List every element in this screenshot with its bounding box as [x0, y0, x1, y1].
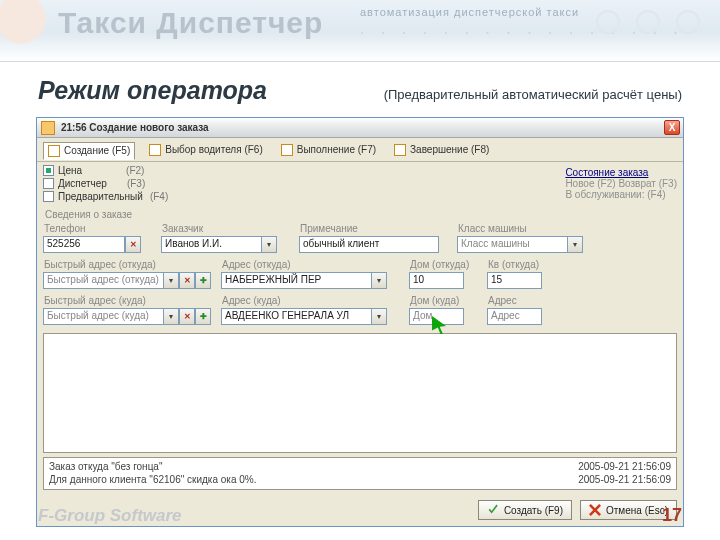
page-heading: Режим оператора — [38, 76, 267, 105]
window-titlebar[interactable]: 21:56 Создание нового заказа X — [37, 118, 683, 138]
window-icon — [41, 121, 55, 135]
status-line-1: Новое (F2) Возврат (F3) — [565, 178, 677, 189]
tab-exec[interactable]: Выполнение (F7) — [277, 142, 380, 158]
tab-finish-label: Завершение (F8) — [410, 144, 489, 155]
lbl-from-addr: Адрес (откуда) — [221, 259, 401, 270]
chk-price[interactable]: Цена(F2) — [43, 165, 168, 176]
log-area: Заказ откуда "без гонца" Для данного кли… — [43, 457, 677, 490]
create-button-label: Создать (F9) — [504, 505, 563, 516]
order-status: Состояние заказа Новое (F2) Возврат (F3)… — [565, 167, 677, 200]
input-carclass[interactable]: Класс машины — [457, 236, 567, 253]
tab-driver[interactable]: Выбор водителя (F6) — [145, 142, 267, 158]
tab-exec-label: Выполнение (F7) — [297, 144, 376, 155]
cross-icon — [589, 504, 601, 516]
status-line-2: В обслуживании: (F4) — [565, 189, 665, 200]
input-to-addr[interactable]: АВДЕЕНКО ГЕНЕРАЛА УЛ — [221, 308, 371, 325]
tab-create[interactable]: Создание (F5) — [43, 142, 135, 160]
decorative-rings — [596, 10, 700, 34]
checkbox-icon — [43, 178, 54, 189]
close-button[interactable]: X — [664, 120, 680, 135]
chk-dispatcher-label: Диспетчер — [58, 178, 107, 189]
from-addr-dropdown[interactable]: ▾ — [371, 272, 387, 289]
qto-clear[interactable]: ✕ — [179, 308, 195, 325]
input-customer[interactable]: Иванов И.И. — [161, 236, 261, 253]
checkbox-icon — [43, 191, 54, 202]
check-icon — [487, 504, 499, 516]
lbl-phone: Телефон — [43, 223, 153, 234]
tab-exec-icon — [281, 144, 293, 156]
log-line-2: Для данного клиента "62106" скидка ока 0… — [49, 474, 257, 487]
qfrom-clear[interactable]: ✕ — [179, 272, 195, 289]
carclass-dropdown[interactable]: ▾ — [567, 236, 583, 253]
options-row: Цена(F2) Диспетчер(F3) Предварительный(F… — [37, 162, 683, 205]
clear-phone-button[interactable]: ✕ — [125, 236, 141, 253]
tab-strip: Создание (F5) Выбор водителя (F6) Выполн… — [37, 138, 683, 162]
input-qto[interactable]: Быстрый адрес (куда) — [43, 308, 163, 325]
operator-avatar — [0, 0, 52, 62]
lbl-to-addr: Адрес (куда) — [221, 295, 401, 306]
create-button[interactable]: Создать (F9) — [478, 500, 572, 520]
customer-dropdown[interactable]: ▾ — [261, 236, 277, 253]
footer-page: 17 — [662, 505, 682, 526]
qfrom-pick[interactable]: ✚ — [195, 272, 211, 289]
input-from-flat[interactable]: 15 — [487, 272, 542, 289]
lbl-from-flat: Кв (откуда) — [487, 259, 557, 270]
log-time-2: 2005-09-21 21:56:09 — [578, 474, 671, 487]
qto-pick[interactable]: ✚ — [195, 308, 211, 325]
tab-driver-icon — [149, 144, 161, 156]
tab-finish-icon — [394, 144, 406, 156]
lbl-note: Примечание — [299, 223, 449, 234]
chk-price-label: Цена — [58, 165, 82, 176]
page-note: (Предварительный автоматический расчёт ц… — [384, 87, 682, 102]
order-window: 21:56 Создание нового заказа X Создание … — [36, 117, 684, 527]
tab-driver-label: Выбор водителя (F6) — [165, 144, 263, 155]
checkbox-icon — [43, 165, 54, 176]
log-line-1: Заказ откуда "без гонца" — [49, 461, 257, 474]
qto-dropdown[interactable]: ▾ — [163, 308, 179, 325]
chk-dispatcher[interactable]: Диспетчер(F3) — [43, 178, 168, 189]
tab-finish[interactable]: Завершение (F8) — [390, 142, 493, 158]
cancel-button-label: Отмена (Esc) — [606, 505, 668, 516]
banner: Такси Диспетчер автоматизация диспетчерс… — [0, 0, 720, 62]
qfrom-dropdown[interactable]: ▾ — [163, 272, 179, 289]
input-from-addr[interactable]: НАБЕРЕЖНЫЙ ПЕР — [221, 272, 371, 289]
input-qfrom[interactable]: Быстрый адрес (откуда) — [43, 272, 163, 289]
tab-create-label: Создание (F5) — [64, 145, 130, 156]
chk-dispatcher-hot: (F3) — [127, 178, 145, 189]
lbl-qto: Быстрый адрес (куда) — [43, 295, 213, 306]
lbl-to-extra: Адрес — [487, 295, 557, 306]
product-title: Такси Диспетчер — [58, 6, 323, 40]
lbl-qfrom: Быстрый адрес (откуда) — [43, 259, 213, 270]
tab-create-icon — [48, 145, 60, 157]
chk-price-hot: (F2) — [126, 165, 144, 176]
input-note[interactable]: обычный клиент — [299, 236, 439, 253]
chk-preset-hot: (F4) — [150, 191, 168, 202]
lbl-to-house: Дом (куда) — [409, 295, 479, 306]
footer-vendor: F-Group Software — [38, 506, 182, 526]
chk-preset-label: Предварительный — [58, 191, 143, 202]
input-phone[interactable]: 525256 — [43, 236, 125, 253]
window-title: 21:56 Создание нового заказа — [61, 122, 209, 133]
route-table[interactable] — [43, 333, 677, 453]
section-order-info: Сведения о заказе — [37, 205, 683, 221]
lbl-from-house: Дом (откуда) — [409, 259, 479, 270]
lbl-customer: Заказчик — [161, 223, 291, 234]
log-time-1: 2005-09-21 21:56:09 — [578, 461, 671, 474]
to-addr-dropdown[interactable]: ▾ — [371, 308, 387, 325]
chk-preset[interactable]: Предварительный(F4) — [43, 191, 168, 202]
lbl-carclass: Класс машины — [457, 223, 677, 234]
status-link[interactable]: Состояние заказа — [565, 167, 648, 178]
product-subtitle: автоматизация диспетчерской такси — [360, 6, 579, 18]
input-from-house[interactable]: 10 — [409, 272, 464, 289]
input-to-extra[interactable]: Адрес — [487, 308, 542, 325]
